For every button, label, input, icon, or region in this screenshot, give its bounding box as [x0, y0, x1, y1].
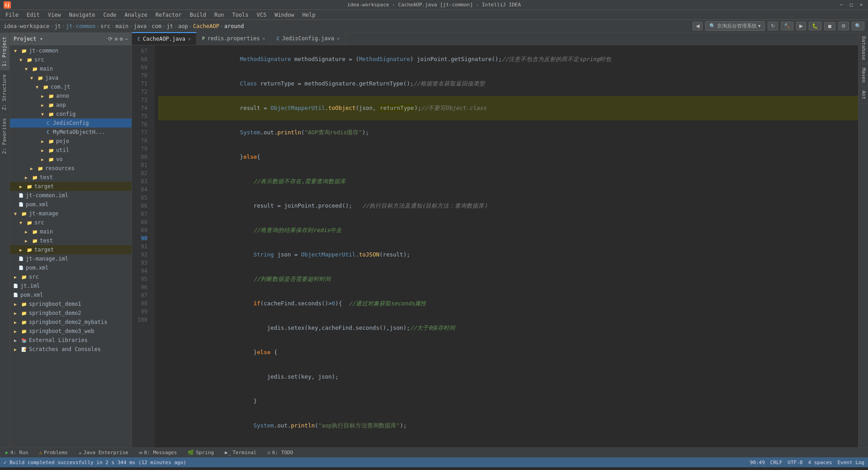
close-button[interactable]: × [858, 2, 864, 8]
nav-back-button[interactable]: ◀ [693, 22, 703, 30]
tree-jedisconfig[interactable]: C JedisConfig [10, 119, 132, 128]
tree-resources[interactable]: ▶ 📁 resources [10, 164, 132, 173]
tab-java-enterprise[interactable]: ☕ Java Enterprise [75, 449, 132, 456]
tab-ant[interactable]: Ant [859, 87, 868, 104]
maximize-button[interactable]: □ [848, 2, 854, 8]
menu-navigate[interactable]: Navigate [66, 11, 99, 19]
refresh-button[interactable]: ↻ [768, 22, 778, 30]
tree-springboot-demo2[interactable]: ▶ 📁 springboot_demo2 [10, 309, 132, 318]
gear-icon[interactable]: ⚙ [120, 36, 123, 42]
search-everywhere-button[interactable]: 🔍 [852, 22, 864, 30]
build-button[interactable]: 🔨 [781, 22, 793, 30]
minimize-button[interactable]: − [838, 2, 844, 8]
tree-jt-common[interactable]: ▼ 📁 jt-common [10, 46, 132, 55]
tab-favorites[interactable]: 2: Favorites [0, 114, 9, 157]
menu-run[interactable]: Run [211, 11, 228, 19]
tab-jedisconfig[interactable]: C JedisConfig.java × [271, 32, 346, 45]
menu-code[interactable]: Code [100, 11, 120, 19]
tree-external-libraries[interactable]: ▶ 📚 External Libraries [10, 336, 132, 345]
tab-close-cacheaop[interactable]: × [188, 37, 191, 42]
breadcrumb-bar: idea-workspace › jt › jt-common › src › … [0, 20, 868, 33]
tree-springboot-demo2-mybatis[interactable]: ▶ 📁 springboot_demo2_mybatis [10, 318, 132, 327]
breadcrumb-aop[interactable]: aop [178, 23, 188, 29]
minimize-panel-icon[interactable]: − [125, 36, 128, 42]
tree-src[interactable]: ▼ 📁 src [10, 55, 132, 64]
tree-pom-root[interactable]: 📄 pom.xml [10, 290, 132, 299]
tab-structure[interactable]: Z: Structure [0, 70, 9, 114]
tree-jt-common-iml[interactable]: 📄 jt-common.iml [10, 191, 132, 200]
tree-manage-src[interactable]: ▼ 📁 src [10, 218, 132, 227]
tab-database[interactable]: Database [859, 33, 868, 64]
menu-vcs[interactable]: VCS [253, 11, 270, 19]
breadcrumb-jt2[interactable]: jt [166, 23, 173, 29]
tree-mymetaobject[interactable]: C MyMetaObjectH... [10, 128, 132, 137]
breadcrumb-java[interactable]: java [133, 23, 146, 29]
tree-scratches[interactable]: ▶ 📝 Scratches and Consoles [10, 345, 132, 354]
tab-todo[interactable]: ☑ 6: TODO [264, 449, 297, 456]
stop-button[interactable]: ⏹ [824, 22, 835, 30]
tab-cacheaop[interactable]: C CacheAOP.java × [132, 32, 197, 45]
code-content-area[interactable]: MethodSignature methodSignature = (Metho… [155, 45, 858, 447]
tree-vo[interactable]: ▶ 📁 vo [10, 155, 132, 164]
project-dropdown[interactable]: 🔍 京淘后台管理系统 ▾ [705, 21, 765, 31]
xml-file-icon2: 📄 [17, 264, 24, 271]
breadcrumb-com[interactable]: com [152, 23, 162, 29]
tree-src-root[interactable]: ▶ 📁 src [10, 272, 132, 281]
tab-run[interactable]: ▶ 4: Run [2, 449, 32, 456]
breadcrumb-jt-common[interactable]: jt-common [66, 23, 95, 29]
menu-analyze[interactable]: Analyze [121, 11, 151, 19]
collapse-icon[interactable]: ≡ [114, 36, 118, 42]
tree-springboot-demo3-web[interactable]: ▶ 📁 springboot_demo3_web [10, 327, 132, 336]
tree-jt-manage-iml[interactable]: 📄 jt-manage.iml [10, 254, 132, 263]
tab-redis-properties[interactable]: P redis.properties × [197, 32, 271, 45]
menu-help[interactable]: Help [299, 11, 319, 19]
tab-messages[interactable]: ✉ 0: Messages [136, 449, 180, 456]
tree-anno[interactable]: ▶ 📁 anno [10, 91, 132, 100]
settings-button[interactable]: ⚙ [838, 22, 849, 30]
tree-target-manage[interactable]: ▶ 📁 target [10, 245, 132, 254]
breadcrumb-src[interactable]: src [100, 23, 110, 29]
tree-comjt[interactable]: ▼ 📁 com.jt [10, 82, 132, 91]
tree-test[interactable]: ▶ 📁 test [10, 173, 132, 182]
tab-terminal[interactable]: ▶_ Terminal [221, 449, 260, 456]
tree-pojo[interactable]: ▶ 📁 pojo [10, 137, 132, 146]
run-button[interactable]: ▶ [796, 22, 806, 30]
menu-edit[interactable]: Edit [23, 11, 43, 19]
project-header: Project ▾ ⟳ ≡ ⚙ − [10, 33, 132, 45]
iml-file-icon2: 📄 [17, 255, 24, 262]
tree-pom-manage[interactable]: 📄 pom.xml [10, 263, 132, 272]
tab-spring[interactable]: 🌿 Spring [184, 449, 217, 456]
menu-file[interactable]: File [2, 11, 22, 19]
tree-manage-test[interactable]: ▶ 📁 test [10, 236, 132, 245]
menu-view[interactable]: View [44, 11, 65, 19]
tree-config[interactable]: ▼ 📁 config [10, 109, 132, 119]
breadcrumb-around[interactable]: around [224, 23, 244, 29]
tree-target-common[interactable]: ▶ 📁 target [10, 182, 132, 191]
breadcrumb-jt[interactable]: jt [54, 23, 61, 29]
tree-manage-main[interactable]: ▶ 📁 main [10, 227, 132, 236]
tab-close-redis[interactable]: × [263, 36, 265, 41]
menu-tools[interactable]: Tools [229, 11, 252, 19]
tab-maven[interactable]: Maven [859, 64, 868, 87]
breadcrumb-main[interactable]: main [115, 23, 128, 29]
tree-aop[interactable]: ▶ 📁 aop [10, 100, 132, 109]
tree-java[interactable]: ▼ 📁 java [10, 73, 132, 82]
tree-jt-iml[interactable]: 📄 jt.iml [10, 281, 132, 290]
tree-jt-manage[interactable]: ▼ 📁 jt-manage [10, 209, 132, 218]
tree-springboot-demo1[interactable]: ▶ 📁 springboot_demo1 [10, 299, 132, 309]
menu-refactor[interactable]: Refactor [152, 11, 185, 19]
tree-util[interactable]: ▶ 📁 util [10, 146, 132, 155]
menu-window[interactable]: Window [271, 11, 297, 19]
tree-main[interactable]: ▼ 📁 main [10, 64, 132, 73]
tree-item-label: target [34, 247, 54, 253]
breadcrumb-cacheaop[interactable]: CacheAOP [193, 23, 219, 29]
sync-icon[interactable]: ⟳ [108, 36, 113, 42]
menu-build[interactable]: Build [186, 11, 210, 19]
tree-pom-common[interactable]: 📄 pom.xml [10, 200, 132, 209]
tab-problems[interactable]: ⚠ Problems [35, 449, 71, 456]
breadcrumb-workspace[interactable]: idea-workspace [4, 23, 49, 29]
event-log[interactable]: Event Log [837, 460, 864, 465]
tab-close-jedis[interactable]: × [337, 36, 340, 41]
tab-project[interactable]: 1: Project [0, 33, 9, 70]
debug-button[interactable]: 🐛 [809, 22, 821, 30]
